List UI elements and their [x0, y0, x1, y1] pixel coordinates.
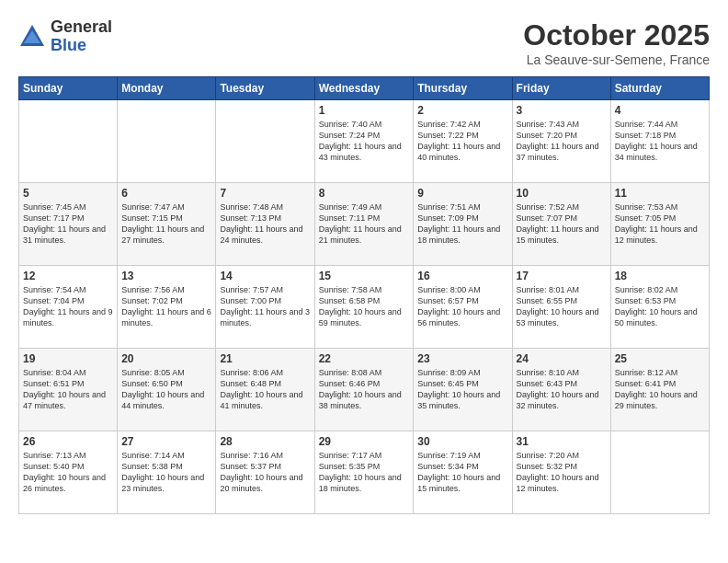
- calendar-cell: 18Sunrise: 8:02 AM Sunset: 6:53 PM Dayli…: [610, 266, 709, 349]
- day-number: 17: [517, 270, 607, 282]
- calendar-cell: 21Sunrise: 8:06 AM Sunset: 6:48 PM Dayli…: [216, 349, 314, 431]
- day-number: 7: [220, 187, 310, 200]
- day-info: Sunrise: 8:06 AM Sunset: 6:48 PM Dayligh…: [220, 367, 310, 412]
- calendar-cell: 17Sunrise: 8:01 AM Sunset: 6:55 PM Dayli…: [512, 266, 610, 349]
- calendar-cell: 10Sunrise: 7:52 AM Sunset: 7:07 PM Dayli…: [512, 183, 610, 266]
- day-info: Sunrise: 8:04 AM Sunset: 6:51 PM Dayligh…: [23, 367, 113, 412]
- week-row-3: 19Sunrise: 8:04 AM Sunset: 6:51 PM Dayli…: [19, 349, 710, 431]
- calendar-cell: 28Sunrise: 7:16 AM Sunset: 5:37 PM Dayli…: [216, 431, 314, 514]
- weekday-header-monday: Monday: [118, 77, 216, 100]
- day-info: Sunrise: 8:00 AM Sunset: 6:57 PM Dayligh…: [417, 284, 507, 329]
- day-info: Sunrise: 7:45 AM Sunset: 7:17 PM Dayligh…: [23, 201, 113, 247]
- logo-icon: [18, 23, 46, 51]
- calendar-cell: 19Sunrise: 8:04 AM Sunset: 6:51 PM Dayli…: [19, 349, 118, 431]
- day-number: 2: [417, 104, 507, 117]
- day-number: 12: [23, 270, 113, 282]
- day-number: 20: [121, 352, 211, 365]
- calendar-cell: 26Sunrise: 7:13 AM Sunset: 5:40 PM Dayli…: [19, 431, 118, 514]
- day-info: Sunrise: 7:57 AM Sunset: 7:00 PM Dayligh…: [220, 284, 310, 329]
- logo: General Blue: [18, 18, 112, 55]
- day-info: Sunrise: 7:42 AM Sunset: 7:22 PM Dayligh…: [417, 119, 507, 164]
- calendar-cell: 30Sunrise: 7:19 AM Sunset: 5:34 PM Dayli…: [414, 431, 512, 514]
- calendar-cell: 1Sunrise: 7:40 AM Sunset: 7:24 PM Daylig…: [314, 100, 414, 183]
- calendar-cell: 11Sunrise: 7:53 AM Sunset: 7:05 PM Dayli…: [610, 183, 709, 266]
- weekday-header-tuesday: Tuesday: [216, 77, 314, 100]
- day-number: 28: [220, 435, 310, 448]
- day-info: Sunrise: 7:43 AM Sunset: 7:20 PM Dayligh…: [517, 119, 607, 164]
- day-info: Sunrise: 7:19 AM Sunset: 5:34 PM Dayligh…: [417, 450, 507, 495]
- calendar-cell: 5Sunrise: 7:45 AM Sunset: 7:17 PM Daylig…: [19, 183, 118, 266]
- day-number: 24: [517, 352, 607, 365]
- day-number: 6: [121, 187, 211, 200]
- week-row-4: 26Sunrise: 7:13 AM Sunset: 5:40 PM Dayli…: [19, 431, 710, 514]
- day-number: 25: [615, 352, 705, 365]
- month-title: October 2025: [523, 18, 710, 52]
- day-number: 11: [615, 187, 705, 200]
- day-info: Sunrise: 7:13 AM Sunset: 5:40 PM Dayligh…: [23, 450, 113, 495]
- day-info: Sunrise: 7:53 AM Sunset: 7:05 PM Dayligh…: [615, 201, 705, 247]
- calendar-cell: 23Sunrise: 8:09 AM Sunset: 6:45 PM Dayli…: [414, 349, 512, 431]
- calendar-cell: [610, 431, 709, 514]
- day-info: Sunrise: 7:40 AM Sunset: 7:24 PM Dayligh…: [319, 119, 410, 164]
- week-row-0: 1Sunrise: 7:40 AM Sunset: 7:24 PM Daylig…: [19, 100, 710, 183]
- day-number: 27: [121, 435, 211, 448]
- calendar-cell: 2Sunrise: 7:42 AM Sunset: 7:22 PM Daylig…: [414, 100, 512, 183]
- day-info: Sunrise: 7:44 AM Sunset: 7:18 PM Dayligh…: [615, 119, 705, 164]
- day-info: Sunrise: 8:10 AM Sunset: 6:43 PM Dayligh…: [517, 367, 607, 412]
- calendar-cell: 14Sunrise: 7:57 AM Sunset: 7:00 PM Dayli…: [216, 266, 314, 349]
- day-number: 15: [319, 270, 410, 282]
- calendar-cell: 13Sunrise: 7:56 AM Sunset: 7:02 PM Dayli…: [118, 266, 216, 349]
- day-number: 1: [319, 104, 410, 117]
- day-info: Sunrise: 7:54 AM Sunset: 7:04 PM Dayligh…: [23, 284, 113, 329]
- calendar-cell: 3Sunrise: 7:43 AM Sunset: 7:20 PM Daylig…: [512, 100, 610, 183]
- day-info: Sunrise: 7:51 AM Sunset: 7:09 PM Dayligh…: [417, 201, 507, 247]
- calendar-cell: 25Sunrise: 8:12 AM Sunset: 6:41 PM Dayli…: [610, 349, 709, 431]
- day-info: Sunrise: 8:08 AM Sunset: 6:46 PM Dayligh…: [319, 367, 410, 412]
- day-info: Sunrise: 8:01 AM Sunset: 6:55 PM Dayligh…: [517, 284, 607, 329]
- weekday-header-wednesday: Wednesday: [314, 77, 414, 100]
- day-info: Sunrise: 7:49 AM Sunset: 7:11 PM Dayligh…: [319, 201, 410, 247]
- week-row-2: 12Sunrise: 7:54 AM Sunset: 7:04 PM Dayli…: [19, 266, 710, 349]
- weekday-header-sunday: Sunday: [19, 77, 118, 100]
- calendar-cell: 29Sunrise: 7:17 AM Sunset: 5:35 PM Dayli…: [314, 431, 414, 514]
- calendar-cell: 7Sunrise: 7:48 AM Sunset: 7:13 PM Daylig…: [216, 183, 314, 266]
- location-text: La Seauve-sur-Semene, France: [523, 52, 710, 67]
- calendar-cell: 12Sunrise: 7:54 AM Sunset: 7:04 PM Dayli…: [19, 266, 118, 349]
- day-info: Sunrise: 7:20 AM Sunset: 5:32 PM Dayligh…: [517, 450, 607, 495]
- day-number: 19: [23, 352, 113, 365]
- day-info: Sunrise: 8:09 AM Sunset: 6:45 PM Dayligh…: [417, 367, 507, 412]
- day-info: Sunrise: 7:56 AM Sunset: 7:02 PM Dayligh…: [121, 284, 211, 329]
- day-number: 18: [615, 270, 705, 282]
- day-number: 31: [517, 435, 607, 448]
- day-info: Sunrise: 7:52 AM Sunset: 7:07 PM Dayligh…: [517, 201, 607, 247]
- day-info: Sunrise: 7:47 AM Sunset: 7:15 PM Dayligh…: [121, 201, 211, 247]
- week-row-1: 5Sunrise: 7:45 AM Sunset: 7:17 PM Daylig…: [19, 183, 710, 266]
- calendar-cell: 24Sunrise: 8:10 AM Sunset: 6:43 PM Dayli…: [512, 349, 610, 431]
- day-number: 10: [517, 187, 607, 200]
- calendar-cell: 20Sunrise: 8:05 AM Sunset: 6:50 PM Dayli…: [118, 349, 216, 431]
- page-header: General Blue October 2025 La Seauve-sur-…: [18, 18, 710, 67]
- day-info: Sunrise: 8:05 AM Sunset: 6:50 PM Dayligh…: [121, 367, 211, 412]
- day-info: Sunrise: 8:02 AM Sunset: 6:53 PM Dayligh…: [615, 284, 705, 329]
- day-number: 23: [417, 352, 507, 365]
- day-number: 4: [615, 104, 705, 117]
- weekday-header-saturday: Saturday: [610, 77, 709, 100]
- day-info: Sunrise: 8:12 AM Sunset: 6:41 PM Dayligh…: [615, 367, 705, 412]
- day-info: Sunrise: 7:17 AM Sunset: 5:35 PM Dayligh…: [319, 450, 410, 495]
- weekday-header-thursday: Thursday: [414, 77, 512, 100]
- day-number: 8: [319, 187, 410, 200]
- day-number: 14: [220, 270, 310, 282]
- day-number: 22: [319, 352, 410, 365]
- calendar-cell: 15Sunrise: 7:58 AM Sunset: 6:58 PM Dayli…: [314, 266, 414, 349]
- calendar-table: SundayMondayTuesdayWednesdayThursdayFrid…: [18, 76, 710, 514]
- day-info: Sunrise: 7:58 AM Sunset: 6:58 PM Dayligh…: [319, 284, 410, 329]
- logo-blue-text: Blue: [51, 37, 112, 55]
- calendar-cell: [118, 100, 216, 183]
- logo-general-text: General: [51, 18, 112, 37]
- title-block: October 2025 La Seauve-sur-Semene, Franc…: [523, 18, 710, 67]
- day-number: 21: [220, 352, 310, 365]
- calendar-cell: [19, 100, 118, 183]
- calendar-cell: 4Sunrise: 7:44 AM Sunset: 7:18 PM Daylig…: [610, 100, 709, 183]
- calendar-cell: 22Sunrise: 8:08 AM Sunset: 6:46 PM Dayli…: [314, 349, 414, 431]
- calendar-header: SundayMondayTuesdayWednesdayThursdayFrid…: [19, 77, 710, 100]
